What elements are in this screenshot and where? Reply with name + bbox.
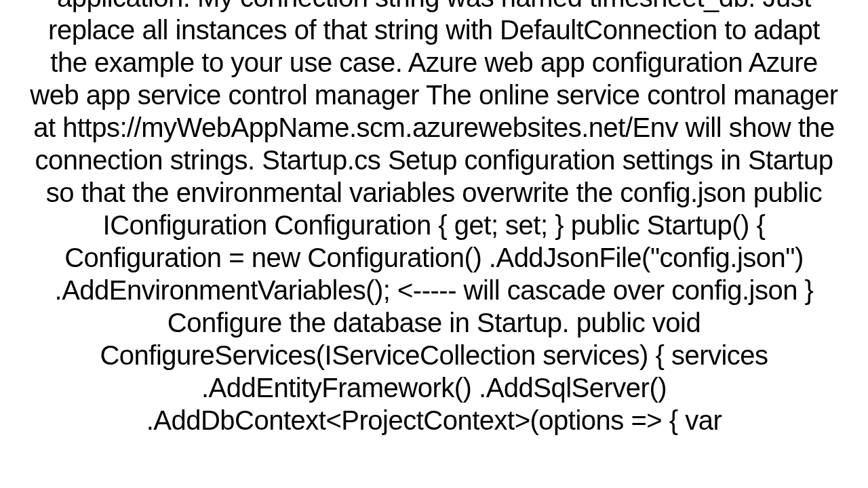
document-body: application. My connection string was na… <box>14 0 854 436</box>
body-text: application. My connection string was na… <box>30 0 837 435</box>
